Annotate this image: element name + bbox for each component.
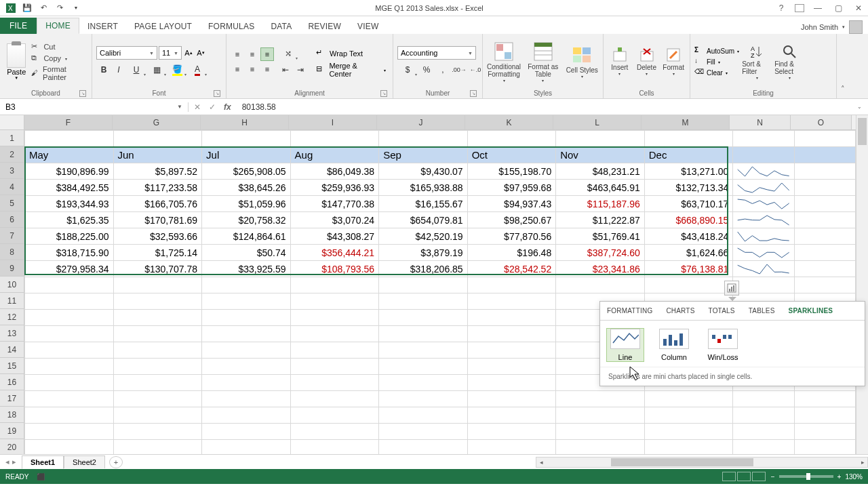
insert-function-icon[interactable]: fx <box>224 102 231 112</box>
copy-button[interactable]: Copy▾ <box>31 54 87 63</box>
formula-input[interactable]: 80138.58 <box>237 102 857 112</box>
qa-sparkline-winloss[interactable]: Win/Loss <box>705 329 741 361</box>
sheet-tab-1[interactable]: Sheet1 <box>22 455 64 469</box>
column-headers[interactable]: FGHIJKLMNO <box>24 115 856 130</box>
sheet-nav[interactable]: ◂▸ <box>0 458 22 466</box>
decrease-decimal[interactable]: ←.0 <box>468 62 483 77</box>
user-account[interactable]: John Smith ▾ <box>801 20 868 34</box>
increase-font-icon[interactable]: A▴ <box>183 46 194 60</box>
close-icon[interactable]: ✕ <box>852 3 865 14</box>
name-box[interactable]: B3▼ <box>0 102 189 112</box>
underline-button[interactable]: U▾ <box>126 62 146 77</box>
redo-icon[interactable]: ↷ <box>54 3 65 14</box>
number-launcher[interactable]: ↘ <box>470 90 477 97</box>
save-icon[interactable]: 💾 <box>22 3 33 14</box>
row-header-16[interactable]: 16 <box>0 374 24 390</box>
italic-button[interactable]: I <box>111 62 126 77</box>
tab-view[interactable]: VIEW <box>349 19 387 34</box>
macro-record-icon[interactable]: ⬛ <box>37 473 45 481</box>
row-header-1[interactable]: 1 <box>0 130 24 146</box>
col-header-L[interactable]: L <box>553 115 642 129</box>
minimize-icon[interactable]: — <box>811 3 825 14</box>
row-header-15[interactable]: 15 <box>0 358 24 374</box>
delete-cells-button[interactable]: Delete▾ <box>635 47 659 76</box>
border-button[interactable]: ▦▾ <box>146 62 167 77</box>
bold-button[interactable]: B <box>96 62 111 77</box>
sheet-tab-2[interactable]: Sheet2 <box>64 455 105 468</box>
merge-center-button[interactable]: ⊟Merge & Center▾ <box>313 62 389 77</box>
col-header-N[interactable]: N <box>730 115 791 129</box>
clipboard-launcher[interactable]: ↘ <box>79 90 86 97</box>
ribbon-display-icon[interactable] <box>795 4 804 12</box>
zoom-slider[interactable] <box>779 475 833 478</box>
align-left[interactable]: ≡ <box>231 62 244 76</box>
align-middle[interactable]: ≡ <box>245 47 259 61</box>
row-header-9[interactable]: 9 <box>0 260 24 277</box>
orientation-button[interactable]: ⤭▾ <box>278 46 298 61</box>
tab-data[interactable]: DATA <box>262 19 300 34</box>
help-icon[interactable]: ? <box>774 3 788 14</box>
comma-format[interactable]: , <box>435 62 450 77</box>
font-launcher[interactable]: ↘ <box>214 90 220 97</box>
normal-view-icon[interactable] <box>722 472 736 481</box>
format-painter-button[interactable]: Format Painter <box>31 65 87 81</box>
row-headers[interactable]: 1234567891011121314151617181920 <box>0 130 24 454</box>
row-header-3[interactable]: 3 <box>0 163 24 179</box>
clear-button[interactable]: ⌫Clear▾ <box>694 68 739 77</box>
qa-tab-charts[interactable]: CHARTS <box>659 302 701 320</box>
cell-styles-button[interactable]: Cell Styles▾ <box>566 45 599 79</box>
cancel-formula-icon[interactable]: ✕ <box>194 102 201 112</box>
vertical-scrollbar[interactable] <box>856 115 868 454</box>
col-header-F[interactable]: F <box>24 115 113 129</box>
row-header-10[interactable]: 10 <box>0 277 24 293</box>
zoom-out-icon[interactable]: − <box>771 473 775 481</box>
zoom-level[interactable]: 130% <box>845 473 863 481</box>
row-header-12[interactable]: 12 <box>0 309 24 325</box>
row-header-8[interactable]: 8 <box>0 244 24 260</box>
accounting-format[interactable]: $▾ <box>397 62 418 77</box>
increase-indent[interactable]: ⇥ <box>293 62 308 77</box>
wrap-text-button[interactable]: ↵Wrap Text <box>313 46 389 61</box>
align-center[interactable]: ≡ <box>245 62 259 76</box>
percent-format[interactable]: % <box>419 62 434 77</box>
expand-formula-bar-icon[interactable]: ⌄ <box>857 104 868 110</box>
maximize-icon[interactable]: ▢ <box>831 3 845 14</box>
tab-page-layout[interactable]: PAGE LAYOUT <box>126 19 200 34</box>
row-header-5[interactable]: 5 <box>0 195 24 211</box>
col-header-I[interactable]: I <box>289 115 377 129</box>
page-break-view-icon[interactable] <box>752 472 766 481</box>
fill-button[interactable]: ↓Fill▾ <box>694 57 739 66</box>
fill-color-button[interactable]: 🪣▾ <box>167 62 187 77</box>
zoom-control[interactable]: − + 130% <box>771 473 863 481</box>
enter-formula-icon[interactable]: ✓ <box>209 102 216 112</box>
zoom-in-icon[interactable]: + <box>837 473 842 481</box>
row-header-14[interactable]: 14 <box>0 342 24 358</box>
increase-decimal[interactable]: .00→ <box>452 62 467 77</box>
cut-button[interactable]: Cut <box>31 42 87 52</box>
tab-insert[interactable]: INSERT <box>79 19 126 34</box>
page-layout-view-icon[interactable] <box>737 472 751 481</box>
paste-button[interactable]: Paste ▼ <box>4 43 28 80</box>
select-all-corner[interactable] <box>0 115 24 130</box>
decrease-indent[interactable]: ⇤ <box>278 62 293 77</box>
insert-cells-button[interactable]: Insert▾ <box>608 47 632 76</box>
col-header-J[interactable]: J <box>377 115 465 129</box>
number-format-combo[interactable]: Accounting▼ <box>397 46 476 60</box>
col-header-M[interactable]: M <box>642 115 730 129</box>
autosum-button[interactable]: AutoSum▾ <box>694 46 739 56</box>
row-header-6[interactable]: 6 <box>0 211 24 228</box>
find-select-button[interactable]: Find & Select▾ <box>774 44 804 80</box>
collapse-ribbon-icon[interactable]: ˄ <box>837 34 849 96</box>
add-sheet-button[interactable]: + <box>109 456 123 468</box>
sort-filter-button[interactable]: AZSort & Filter▾ <box>742 44 772 80</box>
font-name-combo[interactable]: Calibri▼ <box>96 46 157 60</box>
col-header-K[interactable]: K <box>465 115 553 129</box>
row-header-20[interactable]: 20 <box>0 439 24 454</box>
row-header-18[interactable]: 18 <box>0 407 24 423</box>
col-header-O[interactable]: O <box>791 115 852 129</box>
decrease-font-icon[interactable]: A▾ <box>195 46 206 60</box>
qa-tab-formatting[interactable]: FORMATTING <box>600 302 659 320</box>
font-color-button[interactable]: A▾ <box>187 62 208 77</box>
undo-icon[interactable]: ↶ <box>38 3 49 14</box>
hscroll-left[interactable]: ◂ <box>536 459 546 466</box>
